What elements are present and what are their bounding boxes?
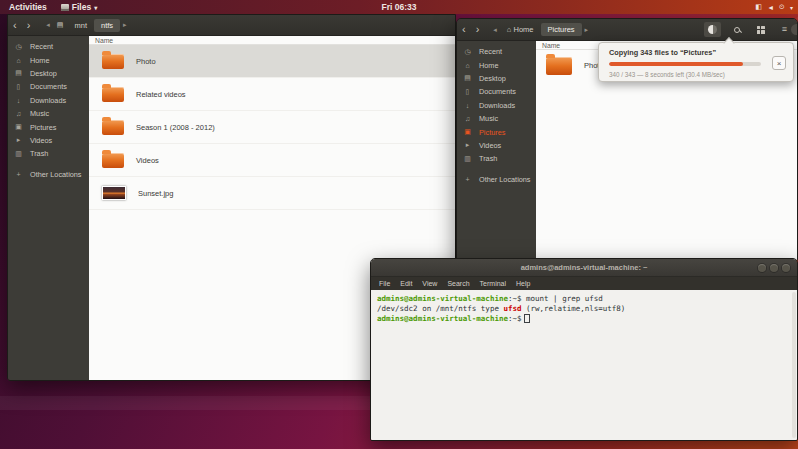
back-button[interactable]: ‹ — [457, 24, 471, 35]
trash-icon: ▥ — [14, 150, 23, 158]
activities-button[interactable]: Activities — [9, 2, 47, 12]
sidebar-item-pictures[interactable]: ▣Pictures — [8, 120, 89, 133]
sidebar-item-videos[interactable]: ▸Videos — [457, 139, 536, 152]
file-row-related-videos[interactable]: Related videos — [89, 78, 455, 111]
music-icon: ♫ — [463, 115, 472, 122]
trash-icon: ▥ — [463, 155, 472, 163]
terminal-scrollbar[interactable] — [792, 292, 796, 438]
pathbar-scroll-left-icon[interactable]: ◂ — [43, 21, 53, 29]
downloads-icon: ↓ — [14, 97, 23, 104]
file-row-sunset-jpg[interactable]: Sunset.jpg — [89, 177, 455, 210]
plus-icon: + — [14, 171, 23, 178]
sidebar: ◷Recent ⌂Home ▤Desktop ▯Documents ↓Downl… — [457, 41, 536, 261]
sidebar-item-documents[interactable]: ▯Documents — [8, 80, 89, 93]
headerbar: ‹ › ◂ ▤ mnt ntfs ▸ — [8, 15, 455, 36]
minimize-button[interactable] — [758, 264, 766, 272]
sidebar-item-downloads[interactable]: ↓Downloads — [457, 99, 536, 112]
home-icon: ⌂ — [14, 57, 23, 64]
file-row-videos[interactable]: Videos — [89, 144, 455, 177]
terminal-line-3: admins@admins-virtual-machine:~$ — [377, 314, 791, 324]
home-icon: ⌂ — [507, 25, 512, 34]
menu-terminal[interactable]: Terminal — [480, 280, 506, 287]
terminal-line-2: /dev/sdc2 on /mnt/ntfs type ufsd (rw,rel… — [377, 304, 791, 314]
headerbar: ‹ › ◂ ⌂ Home Pictures ▸ ≡ — [457, 19, 797, 41]
folder-icon — [102, 153, 124, 168]
files-app-icon — [61, 4, 69, 11]
file-row-photo[interactable]: Photo — [89, 45, 455, 78]
hamburger-menu-icon: ≡ — [782, 25, 787, 34]
copy-progress-fill — [609, 62, 743, 66]
terminal-titlebar[interactable]: admins@admins-virtual-machine: ~ — [371, 259, 797, 277]
column-header-name[interactable]: Name — [89, 36, 455, 45]
terminal-cursor — [524, 314, 530, 323]
home-icon: ⌂ — [463, 62, 472, 69]
file-row-season-1[interactable]: Season 1 (2008 - 2012) — [89, 111, 455, 144]
menu-search[interactable]: Search — [447, 280, 469, 287]
gnome-top-bar: Activities Files ▾ Fri 06:33 ◧ ◄ ⊙ ▾ — [0, 0, 798, 14]
breadcrumb-home[interactable]: ⌂ Home — [500, 23, 541, 36]
folder-icon — [546, 57, 572, 75]
terminal-window: admins@admins-virtual-machine: ~ File Ed… — [370, 258, 798, 441]
plus-icon: + — [463, 176, 472, 183]
search-button[interactable] — [728, 22, 745, 37]
sidebar-item-desktop[interactable]: ▤Desktop — [8, 67, 89, 80]
music-icon: ♫ — [14, 110, 23, 117]
sidebar-item-home[interactable]: ⌂Home — [457, 58, 536, 71]
maximize-button[interactable] — [770, 264, 778, 272]
pictures-icon: ▣ — [463, 128, 472, 136]
sidebar-item-documents[interactable]: ▯Documents — [457, 85, 536, 98]
sidebar-item-other-locations[interactable]: +Other Locations — [457, 173, 536, 186]
videos-icon: ▸ — [463, 141, 472, 149]
menu-help[interactable]: Help — [516, 280, 530, 287]
sidebar-item-trash[interactable]: ▥Trash — [457, 152, 536, 165]
sidebar-item-music[interactable]: ♫Music — [8, 107, 89, 120]
forward-button[interactable]: › — [471, 24, 485, 35]
downloads-icon: ↓ — [463, 102, 472, 109]
cancel-copy-button[interactable]: × — [772, 56, 786, 70]
folder-icon — [102, 87, 124, 102]
system-status-area[interactable]: ◧ ◄ ⊙ ▾ — [756, 0, 793, 14]
sidebar-item-trash[interactable]: ▥Trash — [8, 147, 89, 160]
sidebar-item-music[interactable]: ♫Music — [457, 112, 536, 125]
pathbar-scroll-right-icon[interactable]: ▸ — [582, 26, 592, 34]
volume-icon: ◄ — [767, 4, 774, 11]
breadcrumb-pictures[interactable]: Pictures — [541, 23, 582, 36]
clock[interactable]: Fri 06:33 — [0, 2, 798, 12]
copy-progress-detail: 340 / 343 — 8 seconds left (30.4 MB/sec) — [609, 71, 725, 78]
breadcrumb-mnt[interactable]: mnt — [67, 19, 94, 32]
forward-button[interactable]: › — [22, 20, 36, 31]
search-icon — [734, 27, 740, 33]
menu-edit[interactable]: Edit — [400, 280, 412, 287]
operations-progress-button[interactable] — [704, 22, 721, 37]
sidebar-item-pictures[interactable]: ▣Pictures — [457, 125, 536, 138]
chevron-down-icon: ▾ — [790, 4, 793, 11]
back-button[interactable]: ‹ — [8, 20, 22, 31]
terminal-title: admins@admins-virtual-machine: ~ — [521, 263, 648, 272]
sidebar-item-other-locations[interactable]: +Other Locations — [8, 168, 89, 181]
sidebar-item-videos[interactable]: ▸Videos — [8, 134, 89, 147]
drive-icon[interactable]: ▤ — [53, 21, 68, 29]
menu-file[interactable]: File — [379, 280, 390, 287]
pathbar-scroll-right-icon[interactable]: ▸ — [120, 21, 130, 29]
pictures-icon: ▣ — [14, 123, 23, 131]
sidebar-item-downloads[interactable]: ↓Downloads — [8, 94, 89, 107]
window-close-button[interactable] — [791, 24, 798, 35]
sidebar-item-recent[interactable]: ◷Recent — [8, 40, 89, 53]
close-icon: × — [777, 59, 782, 68]
folder-icon — [102, 120, 124, 135]
sidebar-item-home[interactable]: ⌂Home — [8, 53, 89, 66]
sidebar-item-recent[interactable]: ◷Recent — [457, 45, 536, 58]
pathbar-scroll-left-icon[interactable]: ◂ — [490, 26, 500, 34]
sidebar-item-desktop[interactable]: ▤Desktop — [457, 72, 536, 85]
close-button[interactable] — [782, 264, 790, 272]
network-icon: ◧ — [756, 3, 763, 11]
view-grid-button[interactable] — [752, 22, 769, 37]
app-menu-files[interactable]: Files ▾ — [61, 2, 97, 12]
desktop-icon: ▤ — [463, 74, 472, 82]
image-thumbnail — [102, 186, 126, 200]
menu-view[interactable]: View — [422, 280, 437, 287]
breadcrumb-ntfs[interactable]: ntfs — [94, 19, 120, 32]
copy-progress-bar — [609, 62, 761, 66]
desktop-icon: ▤ — [14, 69, 23, 77]
terminal-output[interactable]: admins@admins-virtual-machine:~$ mount |… — [371, 290, 797, 440]
